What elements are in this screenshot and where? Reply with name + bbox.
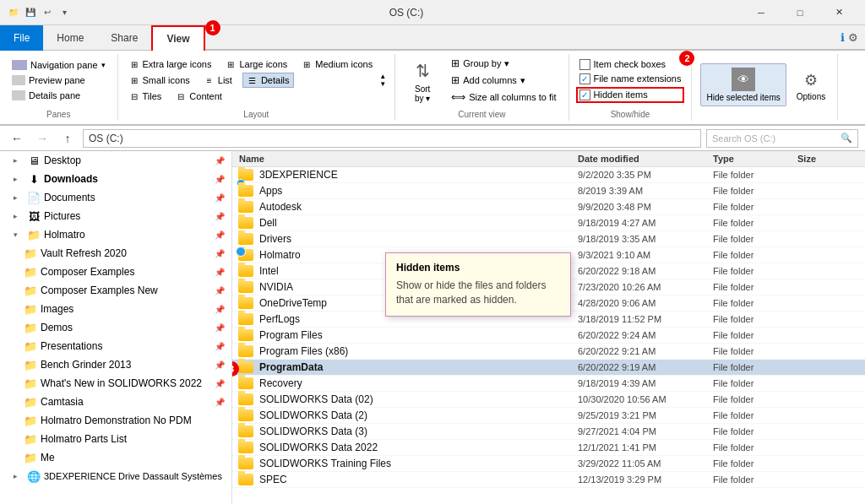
layout-group-label: Layout (125, 106, 389, 121)
tiles-button[interactable]: ⊟ Tiles (125, 89, 166, 103)
nav-item-composer-new[interactable]: 📁 Composer Examples New 📌 (0, 281, 231, 300)
file-date: 6/20/2022 9:19 AM (578, 362, 713, 372)
file-row[interactable]: SOLIDWORKS Data (02) 10/30/2020 10:56 AM… (232, 392, 865, 408)
nav-item-demos[interactable]: 📁 Demos 📌 (0, 318, 231, 337)
item-check-boxes-checkbox[interactable] (579, 59, 590, 70)
panes-group-label: Panes (7, 106, 111, 121)
file-row[interactable]: Program Files (x86) 6/20/2022 9:21 AM Fi… (232, 344, 865, 360)
title-bar-icons: 📁 💾 ↩ ▾ (7, 6, 71, 19)
layout-content: ⊞ Extra large icons ⊞ Large icons ⊞ Medi… (125, 54, 389, 106)
nav-item-pictures[interactable]: ▸ 🖼 Pictures 📌 (0, 207, 231, 225)
size-col-icon: ⟺ (451, 91, 465, 103)
nav-item-desktop[interactable]: ▸ 🖥 Desktop 📌 (0, 151, 231, 170)
nav-item-images[interactable]: 📁 Images 📌 (0, 300, 231, 318)
tab-view[interactable]: View 1 (151, 25, 204, 51)
list-button[interactable]: ≡ List (200, 73, 236, 88)
large-icons-button[interactable]: ⊞ Large icons (221, 57, 291, 71)
add-columns-button[interactable]: ⊞ Add columns ▾ (446, 73, 561, 88)
file-name-ext-checkbox[interactable]: ✓ (579, 73, 590, 84)
3d-icon: 🌐 (27, 469, 41, 483)
file-type: File folder (713, 394, 797, 404)
current-view-content: ⇅ Sort by ▾ ⊞ Group by ▾ ⊞ Add columns ▾… (402, 54, 561, 106)
nav-item-me[interactable]: 📁 Me (0, 448, 231, 467)
file-date: 4/28/2020 9:06 AM (578, 298, 713, 308)
programdata-row[interactable]: 3 ProgramData 6/20/2022 9:19 AM File fol… (232, 360, 865, 376)
nav-item-camtasia[interactable]: 📁 Camtasia 📌 (0, 393, 231, 411)
navigation-pane-button[interactable]: Navigation pane ▾ (7, 58, 111, 72)
content-button[interactable]: ⊟ Content (171, 89, 226, 103)
forward-button[interactable]: → (32, 128, 52, 149)
col-date[interactable]: Date modified (578, 154, 713, 164)
nav-item-vault-refresh[interactable]: 📁 Vault Refresh 2020 📌 (0, 244, 231, 263)
file-row[interactable]: SOLIDWORKS Data 2022 12/1/2021 1:41 PM F… (232, 440, 865, 456)
downloads-pin: 📌 (215, 175, 225, 184)
item-check-boxes-toggle[interactable]: Item check boxes (576, 58, 685, 71)
maximize-button[interactable]: □ (781, 0, 819, 25)
file-row[interactable]: SPEC 12/13/2019 3:29 PM File folder (232, 472, 865, 488)
pane-button-list: Navigation pane ▾ Preview pane Details p… (7, 58, 111, 102)
nav-item-solidworks[interactable]: 📁 What's New in SOLIDWORKS 2022 📌 (0, 374, 231, 393)
file-row[interactable]: Drivers 9/18/2019 3:35 AM File folder (232, 231, 865, 247)
info-icon: ℹ (841, 31, 845, 44)
quick-access-dropdown[interactable]: ▾ (57, 6, 71, 19)
hide-selected-button[interactable]: 👁 Hide selected items (700, 63, 786, 106)
file-row[interactable]: SOLIDWORKS Data (2) 9/25/2019 3:21 PM Fi… (232, 408, 865, 424)
file-row[interactable]: Autodesk 9/9/2020 3:48 PM File folder (232, 199, 865, 215)
quick-access-save[interactable]: 💾 (24, 6, 37, 19)
pictures-icon: 🖼 (27, 209, 41, 223)
preview-pane-button[interactable]: Preview pane (7, 73, 111, 87)
nav-item-presentations[interactable]: 📁 Presentations 📌 (0, 337, 231, 355)
tab-share[interactable]: Share (97, 25, 151, 51)
address-path[interactable]: OS (C:) (83, 129, 701, 148)
nav-item-documents[interactable]: ▸ 📄 Documents 📌 (0, 188, 231, 207)
search-box[interactable]: Search OS (C:) 🔍 (706, 129, 858, 148)
file-date: 6/20/2022 9:18 AM (578, 266, 713, 276)
quick-access-back[interactable]: ↩ (41, 6, 54, 19)
nav-item-holmatro[interactable]: ▾ 📁 Holmatro 📌 (0, 225, 231, 244)
file-icon (232, 442, 259, 453)
tab-home[interactable]: Home (43, 25, 97, 51)
hide-selected-group: 👁 Hide selected items ⚙ Options (692, 54, 838, 121)
show-hide-group-label: Show/hide (576, 106, 685, 121)
nav-item-bench-grinder[interactable]: 📁 Bench Grinder 2013 📌 (0, 355, 231, 374)
close-button[interactable]: ✕ (819, 0, 858, 25)
file-row[interactable]: Apps 8/2019 3:39 AM File folder (232, 183, 865, 199)
details-pane-button[interactable]: Details pane (7, 89, 111, 102)
hidden-items-checkbox[interactable]: ✓ (579, 89, 590, 100)
file-row[interactable]: SOLIDWORKS Data (3) 9/27/2021 4:04 PM Fi… (232, 424, 865, 440)
hide-selected-group-label (699, 116, 830, 121)
medium-icons-button[interactable]: ⊞ Medium icons (297, 57, 376, 71)
nav-item-3dexperience[interactable]: ▸ 🌐 3DEXPERIENCE Drive Dassault Systèmes (0, 467, 231, 485)
col-type[interactable]: Type (713, 154, 797, 164)
up-button[interactable]: ↑ (57, 128, 78, 149)
options-icon: ⚙ (799, 68, 823, 92)
size-all-columns-button[interactable]: ⟺ Size all columns to fit (446, 89, 561, 105)
sort-by-button[interactable]: ⇅ Sort by ▾ (402, 54, 443, 106)
file-row[interactable]: Recovery 9/18/2019 4:39 AM File folder (232, 376, 865, 392)
file-icon (232, 345, 259, 357)
back-button[interactable]: ← (7, 128, 27, 149)
minimize-button[interactable]: ─ (742, 0, 781, 25)
nav-item-downloads[interactable]: ▸ ⬇ Downloads 📌 (0, 170, 231, 188)
extra-large-icons-button[interactable]: ⊞ Extra large icons (125, 57, 215, 71)
nav-item-composer[interactable]: 📁 Composer Examples 📌 (0, 263, 231, 281)
file-name-extensions-toggle[interactable]: ✓ File name extensions (576, 73, 685, 85)
panes-buttons: Navigation pane ▾ Preview pane Details p… (7, 54, 111, 106)
nav-item-holmatro-parts[interactable]: 📁 Holmatro Parts List (0, 430, 231, 448)
file-row[interactable]: 🌐 3DEXPERIENCE 9/2/2020 3:35 PM File fol… (232, 167, 865, 183)
tab-file[interactable]: File (0, 25, 43, 51)
details-button[interactable]: ☰ Details (242, 73, 294, 88)
nav-item-holmatro-demo[interactable]: 📁 Holmatro Demonstration No PDM (0, 411, 231, 430)
col-name[interactable]: Name (232, 154, 578, 164)
file-row[interactable]: Dell 9/18/2019 4:27 AM File folder (232, 215, 865, 231)
options-button[interactable]: ⚙ Options (792, 65, 830, 105)
file-type: File folder (713, 234, 797, 244)
file-row[interactable]: SOLIDWORKS Training Files 3/29/2022 11:0… (232, 456, 865, 472)
file-row[interactable]: Program Files 6/20/2022 9:24 AM File fol… (232, 328, 865, 344)
small-icons-button[interactable]: ⊞ Small icons (125, 73, 193, 88)
composer-pin: 📌 (215, 268, 225, 277)
hidden-items-toggle[interactable]: ✓ Hidden items (576, 87, 685, 103)
col-size[interactable]: Size (797, 154, 865, 164)
file-date: 9/9/2020 3:48 PM (578, 202, 713, 212)
group-by-button[interactable]: ⊞ Group by ▾ (446, 56, 561, 71)
